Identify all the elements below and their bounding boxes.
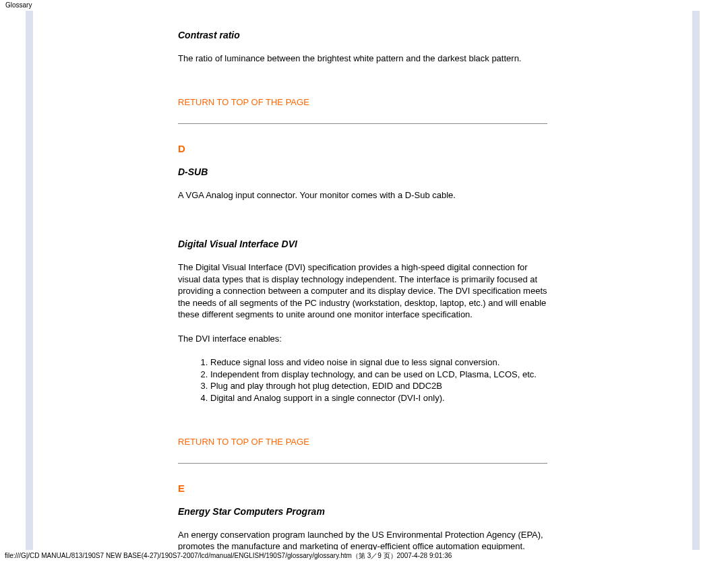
term-body-energy-star: An energy conservation program launched … [178,529,547,550]
term-title-d-sub: D-SUB [178,166,547,177]
spacer [178,213,547,232]
list-item: Digital and Analog support in a single c… [210,392,547,404]
term-title-contrast-ratio: Contrast ratio [178,30,547,40]
term-body-contrast-ratio: The ratio of luminance between the brigh… [178,53,547,65]
content-box: Contrast ratio The ratio of luminance be… [33,11,692,550]
section-divider [178,123,547,124]
header-glossary-label: Glossary [0,0,728,10]
page-frame: Contrast ratio The ratio of luminance be… [26,11,700,550]
term-title-dvi: Digital Visual Interface DVI [178,239,547,249]
list-item: Independent from display technology, and… [210,369,547,381]
footer-file-path: file:///G|/CD MANUAL/813/190S7 NEW BASE(… [5,551,452,561]
return-top-link[interactable]: RETURN TO TOP OF THE PAGE [178,437,547,447]
section-letter-e: E [178,482,547,494]
dvi-enables-intro: The DVI interface enables: [178,333,547,345]
list-item: Plug and play through hot plug detection… [210,380,547,392]
dvi-enables-list: Reduce signal loss and video noise in si… [178,356,547,404]
term-title-energy-star: Energy Star Computers Program [178,506,547,517]
term-body-dvi: The Digital Visual Interface (DVI) speci… [178,261,547,321]
term-body-d-sub: A VGA Analog input connector. Your monit… [178,189,547,201]
section-divider [178,463,547,464]
return-top-link[interactable]: RETURN TO TOP OF THE PAGE [178,97,547,107]
section-letter-d: D [178,143,547,154]
list-item: Reduce signal loss and video noise in si… [210,356,547,369]
